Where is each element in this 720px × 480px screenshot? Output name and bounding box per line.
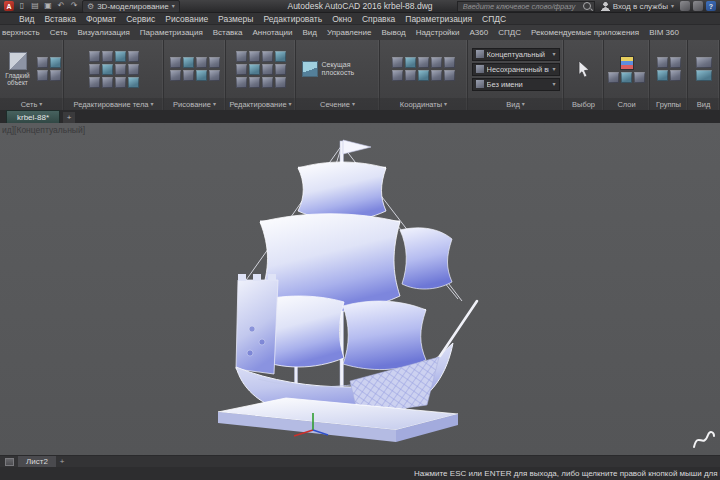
tab-parametric[interactable]: Параметризация — [135, 26, 208, 40]
ribbon-tool-icon[interactable] — [128, 64, 139, 75]
tab-addins[interactable]: Надстройки — [411, 26, 465, 40]
ribbon-tool-icon[interactable] — [634, 72, 645, 83]
menu-window[interactable]: Окно — [327, 14, 357, 24]
panel-label-draw[interactable]: Рисование▾ — [164, 98, 225, 110]
ribbon-tool-icon[interactable] — [196, 70, 207, 81]
viewport-controls[interactable]: ид][Концептуальный] — [2, 125, 85, 135]
ribbon-tool-icon[interactable] — [670, 70, 681, 81]
panel-label-view[interactable]: Вид▾ — [468, 98, 563, 110]
ribbon-tool-icon[interactable] — [50, 57, 61, 68]
new-file-icon[interactable]: ▯ — [17, 1, 27, 11]
new-drawing-tab-button[interactable]: + — [62, 111, 76, 123]
ribbon-tool-icon[interactable] — [128, 51, 139, 62]
ribbon-tool-icon[interactable] — [262, 51, 273, 62]
tab-insert[interactable]: Вставка — [208, 26, 248, 40]
tab-annotate[interactable]: Аннотации — [247, 26, 297, 40]
panel-label-groups[interactable]: Группы — [650, 98, 687, 110]
file-tab-active[interactable]: krbel-88* — [6, 110, 60, 123]
autocad-logo-icon[interactable]: A — [4, 1, 14, 11]
tab-featured-apps[interactable]: Рекомендуемые приложения — [526, 26, 644, 40]
ribbon-tool-icon[interactable] — [115, 77, 126, 88]
ribbon-tool-icon[interactable] — [209, 70, 220, 81]
ribbon-tool-icon[interactable] — [275, 77, 286, 88]
ribbon-tool-icon[interactable] — [608, 72, 619, 83]
ribbon-tool-icon[interactable] — [249, 64, 260, 75]
ribbon-tool-icon[interactable] — [183, 70, 194, 81]
layers-icon[interactable] — [620, 56, 634, 70]
tab-manage[interactable]: Управление — [322, 26, 376, 40]
ribbon-tool-icon[interactable] — [37, 57, 48, 68]
ribbon-tool-icon[interactable] — [405, 70, 416, 81]
ribbon-tool-icon[interactable] — [444, 70, 455, 81]
model-tab-icon[interactable] — [5, 458, 14, 466]
new-layout-button[interactable]: + — [60, 458, 65, 466]
tab-a360[interactable]: A360 — [465, 26, 494, 40]
tab-output[interactable]: Вывод — [376, 26, 410, 40]
ribbon-tool-icon[interactable] — [115, 64, 126, 75]
redo-icon[interactable]: ↷ — [69, 1, 79, 11]
ribbon-tool-icon[interactable] — [262, 77, 273, 88]
ribbon-tool-icon[interactable] — [170, 70, 181, 81]
ribbon-tool-icon[interactable] — [418, 70, 429, 81]
ribbon-tool-icon[interactable] — [262, 64, 273, 75]
search-icon[interactable] — [583, 2, 591, 10]
ribbon-tool-icon[interactable] — [418, 57, 429, 68]
ribbon-tool-icon[interactable] — [236, 51, 247, 62]
viewport-icon[interactable] — [696, 70, 712, 81]
tab-view[interactable]: Вид — [297, 26, 321, 40]
visual-style-select[interactable]: Концептуальный ▾ — [472, 48, 560, 61]
menu-parametric[interactable]: Параметризация — [400, 14, 477, 24]
ribbon-tool-icon[interactable] — [128, 77, 139, 88]
tab-visualize[interactable]: Визуализация — [72, 26, 134, 40]
viewport[interactable]: ид][Концептуальный] — [0, 123, 720, 455]
menu-tools[interactable]: Сервис — [121, 14, 160, 24]
ribbon-tool-icon[interactable] — [670, 57, 681, 68]
ribbon-tool-icon[interactable] — [431, 57, 442, 68]
ribbon-tool-icon[interactable] — [392, 70, 403, 81]
cursor-icon[interactable] — [577, 60, 591, 78]
named-view-select[interactable]: Несохраненный вид ▾ — [472, 63, 560, 76]
ribbon-tool-icon[interactable] — [249, 77, 260, 88]
cloud-icon[interactable] — [693, 1, 703, 11]
panel-label-solid-editing[interactable]: Редактирование тела▾ — [64, 98, 163, 110]
ribbon-tool-icon[interactable] — [89, 77, 100, 88]
workspace-selector[interactable]: ⚙ 3D-моделирование ▾ — [82, 0, 180, 13]
apps-icon[interactable] — [680, 1, 690, 11]
ribbon-tool-icon[interactable] — [102, 64, 113, 75]
panel-label-modify[interactable]: Редактирование▾ — [226, 98, 295, 110]
ribbon-tool-icon[interactable] — [183, 57, 194, 68]
ribbon-tool-icon[interactable] — [170, 57, 181, 68]
ribbon-tool-icon[interactable] — [621, 72, 632, 83]
ribbon-tool-icon[interactable] — [50, 70, 61, 81]
ribbon-tool-icon[interactable] — [89, 64, 100, 75]
menu-spds[interactable]: СПДС — [477, 14, 511, 24]
open-file-icon[interactable]: ▤ — [30, 1, 40, 11]
ribbon-tool-icon[interactable] — [405, 57, 416, 68]
layout-tab-active[interactable]: Лист2 — [18, 456, 56, 467]
smooth-object-button[interactable]: Гладкий объект — [2, 52, 33, 86]
panel-label-selection[interactable]: Выбор — [564, 98, 603, 110]
menu-format[interactable]: Формат — [81, 14, 121, 24]
viewport-icon[interactable] — [696, 57, 712, 68]
search-input[interactable] — [461, 1, 580, 12]
ribbon-tool-icon[interactable] — [236, 77, 247, 88]
ribbon-tool-icon[interactable] — [249, 51, 260, 62]
menu-draw[interactable]: Рисование — [160, 14, 213, 24]
help-icon[interactable]: ? — [706, 1, 716, 11]
ribbon-tool-icon[interactable] — [89, 51, 100, 62]
panel-label-coordinates[interactable]: Координаты▾ — [380, 98, 467, 110]
panel-label-view-right[interactable]: Вид — [688, 98, 719, 110]
ribbon-tool-icon[interactable] — [102, 77, 113, 88]
ribbon-tool-icon[interactable] — [657, 70, 668, 81]
ribbon-tool-icon[interactable] — [275, 64, 286, 75]
panel-label-mesh[interactable]: Сеть▾ — [0, 98, 63, 110]
ribbon-tool-icon[interactable] — [275, 51, 286, 62]
save-file-icon[interactable]: ▣ — [43, 1, 53, 11]
ribbon-tool-icon[interactable] — [392, 57, 403, 68]
ribbon-tool-icon[interactable] — [102, 51, 113, 62]
panel-label-layers[interactable]: Слои — [604, 98, 649, 110]
tab-bim360[interactable]: BIM 360 — [644, 26, 684, 40]
menu-help[interactable]: Справка — [357, 14, 400, 24]
ribbon-tool-icon[interactable] — [236, 64, 247, 75]
menu-insert[interactable]: Вставка — [39, 14, 81, 24]
